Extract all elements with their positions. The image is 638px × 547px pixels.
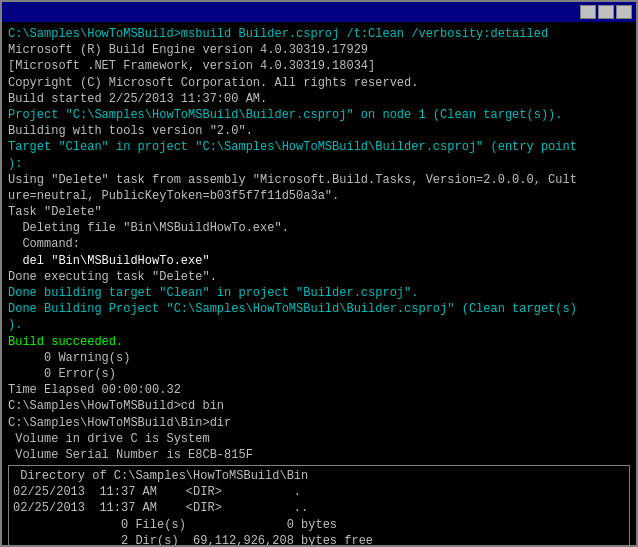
directory-listing-box: Directory of C:\Samples\HowToMSBuild\Bin… [8, 465, 630, 545]
console-line: 0 Error(s) [8, 366, 630, 382]
console-line: 0 Warning(s) [8, 350, 630, 366]
title-bar [2, 2, 636, 22]
close-button[interactable] [616, 5, 632, 19]
console-line: Volume in drive C is System [8, 431, 630, 447]
console-line: Building with tools version "2.0". [8, 123, 630, 139]
dir-row: 02/25/2013 11:37 AM <DIR> . [13, 484, 625, 500]
window-controls [580, 5, 632, 19]
minimize-button[interactable] [580, 5, 596, 19]
console-line: Done executing task "Delete". [8, 269, 630, 285]
console-line: del "Bin\MSBuildHowTo.exe" [8, 253, 630, 269]
maximize-button[interactable] [598, 5, 614, 19]
console-line: Command: [8, 236, 630, 252]
console-line: Build started 2/25/2013 11:37:00 AM. [8, 91, 630, 107]
console-line: Done Building Project "C:\Samples\HowToM… [8, 301, 630, 317]
window: C:\Samples\HowToMSBuild>msbuild Builder.… [0, 0, 638, 547]
console-line: C:\Samples\HowToMSBuild>msbuild Builder.… [8, 26, 630, 42]
dir-row: 0 File(s) 0 bytes [13, 517, 625, 533]
console-line: C:\Samples\HowToMSBuild>cd bin [8, 398, 630, 414]
console-line: Using "Delete" task from assembly "Micro… [8, 172, 630, 188]
console-line: Target "Clean" in project "C:\Samples\Ho… [8, 139, 630, 155]
dir-row: 2 Dir(s) 69,112,926,208 bytes free [13, 533, 625, 545]
console-line: [Microsoft .NET Framework, version 4.0.3… [8, 58, 630, 74]
console-line: Microsoft (R) Build Engine version 4.0.3… [8, 42, 630, 58]
console-line: Build succeeded. [8, 334, 630, 350]
console-line: ): [8, 156, 630, 172]
console-line: Project "C:\Samples\HowToMSBuild\Builder… [8, 107, 630, 123]
console-line: Done building target "Clean" in project … [8, 285, 630, 301]
console-line: Copyright (C) Microsoft Corporation. All… [8, 75, 630, 91]
dir-header: Directory of C:\Samples\HowToMSBuild\Bin [13, 468, 625, 484]
console-line: C:\Samples\HowToMSBuild\Bin>dir [8, 415, 630, 431]
console-line: Volume Serial Number is E8CB-815F [8, 447, 630, 463]
console-line: ). [8, 317, 630, 333]
console-output: C:\Samples\HowToMSBuild>msbuild Builder.… [2, 22, 636, 545]
console-line: Deleting file "Bin\MSBuildHowTo.exe". [8, 220, 630, 236]
console-line: Time Elapsed 00:00:00.32 [8, 382, 630, 398]
console-line: ure=neutral, PublicKeyToken=b03f5f7f11d5… [8, 188, 630, 204]
dir-row: 02/25/2013 11:37 AM <DIR> .. [13, 500, 625, 516]
console-line: Task "Delete" [8, 204, 630, 220]
